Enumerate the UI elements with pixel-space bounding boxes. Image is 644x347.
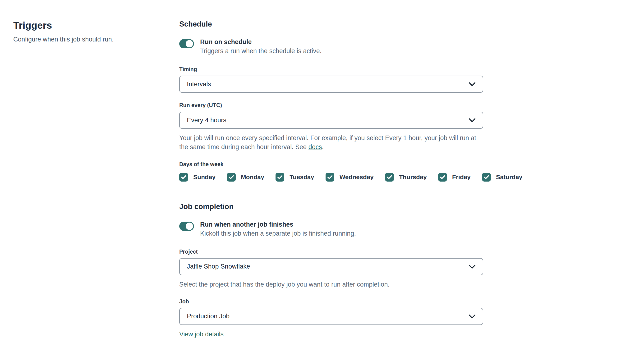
- timing-select-value: Intervals: [187, 81, 211, 88]
- toggle-knob: [186, 223, 193, 230]
- day-checkbox-thursday[interactable]: Thursday: [385, 173, 427, 182]
- run-every-help-text: Your job will run once every specified i…: [179, 134, 476, 150]
- day-checkbox-saturday[interactable]: Saturday: [482, 173, 522, 182]
- checkbox-checked-icon: [179, 173, 188, 182]
- chevron-down-icon: [468, 314, 476, 319]
- run-on-schedule-row: Run on schedule Triggers a run when the …: [179, 38, 483, 55]
- job-label: Job: [179, 299, 483, 305]
- project-help: Select the project that has the deploy j…: [179, 280, 483, 289]
- run-every-help-period: .: [322, 143, 324, 150]
- toggle-knob: [186, 40, 193, 47]
- job-completion-heading: Job completion: [179, 202, 483, 211]
- day-checkbox-sunday[interactable]: Sunday: [179, 173, 216, 182]
- day-label: Thursday: [399, 173, 427, 181]
- days-of-week-group: Sunday Monday Tuesday: [179, 173, 483, 182]
- schedule-section: Schedule Run on schedule Triggers a run …: [179, 20, 483, 182]
- run-when-another-job-finishes-toggle[interactable]: [179, 222, 194, 231]
- day-checkbox-monday[interactable]: Monday: [227, 173, 264, 182]
- run-when-another-job-finishes-description: Kickoff this job when a separate job is …: [200, 230, 356, 237]
- day-label: Sunday: [193, 173, 216, 181]
- day-checkbox-wednesday[interactable]: Wednesday: [326, 173, 374, 182]
- triggers-form: Schedule Run on schedule Triggers a run …: [179, 20, 483, 347]
- job-select[interactable]: Production Job: [179, 308, 483, 325]
- view-job-details-row: View job details.: [179, 331, 483, 338]
- timing-select[interactable]: Intervals: [179, 76, 483, 93]
- checkbox-checked-icon: [276, 173, 284, 182]
- checkbox-checked-icon: [326, 173, 334, 182]
- day-label: Saturday: [496, 173, 522, 181]
- run-every-select-value: Every 4 hours: [187, 117, 226, 124]
- run-when-another-job-finishes-row: Run when another job finishes Kickoff th…: [179, 221, 483, 237]
- job-select-value: Production Job: [187, 313, 230, 320]
- page-title: Triggers: [13, 20, 179, 31]
- project-select-value: Jaffle Shop Snowflake: [187, 263, 250, 270]
- run-every-select[interactable]: Every 4 hours: [179, 112, 483, 129]
- checkbox-checked-icon: [482, 173, 491, 182]
- run-on-schedule-description: Triggers a run when the schedule is acti…: [200, 47, 322, 55]
- day-checkbox-tuesday[interactable]: Tuesday: [276, 173, 314, 182]
- day-checkbox-friday[interactable]: Friday: [438, 173, 471, 182]
- job-completion-section: Job completion Run when another job fini…: [179, 202, 483, 347]
- triggers-settings-page: Triggers Configure when this job should …: [0, 0, 644, 347]
- checkbox-checked-icon: [227, 173, 236, 182]
- day-label: Wednesday: [340, 173, 374, 181]
- run-when-another-job-finishes-label: Run when another job finishes: [200, 221, 356, 228]
- run-every-label: Run every (UTC): [179, 102, 483, 109]
- run-every-help: Your job will run once every specified i…: [179, 133, 483, 152]
- day-label: Monday: [241, 173, 264, 181]
- section-intro: Triggers Configure when this job should …: [13, 20, 179, 347]
- schedule-heading: Schedule: [179, 20, 483, 28]
- run-on-schedule-toggle[interactable]: [179, 39, 194, 48]
- chevron-down-icon: [468, 82, 476, 86]
- day-label: Friday: [452, 173, 471, 181]
- checkbox-checked-icon: [438, 173, 447, 182]
- docs-link[interactable]: docs: [308, 143, 322, 150]
- view-job-details-link[interactable]: View job details.: [179, 331, 226, 338]
- day-label: Tuesday: [290, 173, 314, 181]
- project-label: Project: [179, 249, 483, 255]
- checkbox-checked-icon: [385, 173, 394, 182]
- timing-label: Timing: [179, 66, 483, 72]
- days-of-week-label: Days of the week: [179, 161, 483, 168]
- chevron-down-icon: [468, 265, 476, 269]
- project-select[interactable]: Jaffle Shop Snowflake: [179, 258, 483, 275]
- page-subtitle: Configure when this job should run.: [13, 36, 179, 43]
- chevron-down-icon: [468, 118, 476, 122]
- run-on-schedule-label: Run on schedule: [200, 38, 322, 46]
